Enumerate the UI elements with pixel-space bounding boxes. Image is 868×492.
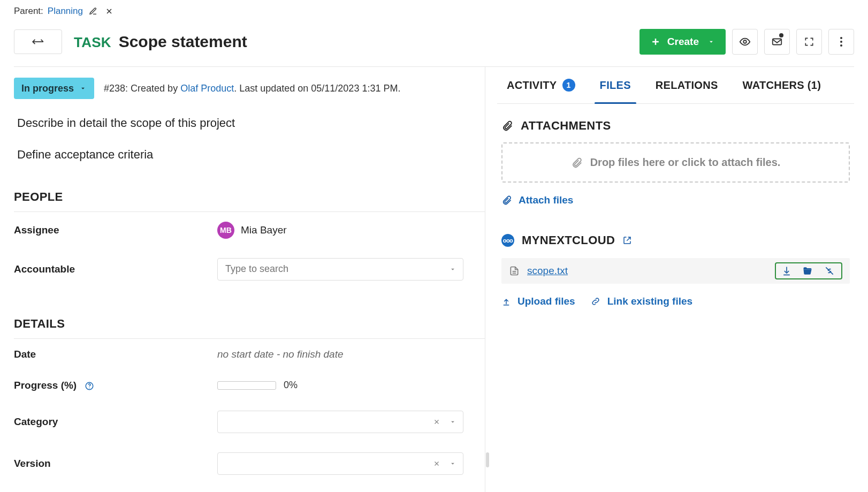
work-package-type: TASK [74, 34, 111, 51]
svg-point-3 [840, 41, 842, 43]
svg-point-0 [743, 40, 747, 43]
tab-activity[interactable]: ACTIVITY 1 [505, 79, 577, 103]
paperclip-icon [501, 195, 512, 206]
paperclip-icon [571, 157, 583, 169]
svg-point-6 [89, 388, 90, 389]
upload-icon [501, 297, 511, 306]
pane-resize-handle[interactable] [486, 452, 489, 467]
version-select[interactable] [217, 452, 463, 475]
description-line-2: Define acceptance criteria [17, 147, 485, 163]
svg-rect-1 [773, 39, 782, 45]
tab-files[interactable]: FILES [598, 79, 633, 103]
notification-dot-icon [779, 33, 783, 37]
assignee-label: Assignee [14, 224, 217, 236]
accountable-input[interactable] [217, 258, 463, 281]
edit-parent-icon[interactable] [87, 5, 99, 17]
section-details: DETAILS [14, 317, 485, 339]
svg-point-2 [840, 37, 842, 39]
date-value[interactable]: no start date - no finish date [217, 349, 344, 360]
progress-label: Progress (%) [14, 380, 217, 391]
nextcloud-icon: ooo [501, 234, 514, 247]
version-label: Version [14, 458, 217, 470]
tab-relations[interactable]: RELATIONS [653, 79, 720, 103]
storage-title: ooo MYNEXTCLOUD [501, 233, 850, 247]
chevron-down-icon [449, 266, 456, 273]
status-text: In progress [21, 83, 74, 94]
field-priority: Priority* Normal [14, 485, 485, 492]
dropzone-text: Drop files here or click to attach files… [590, 156, 781, 169]
field-version: Version [14, 443, 485, 485]
storage-file-link[interactable]: scope.txt [527, 265, 568, 277]
attachment-dropzone[interactable]: Drop files here or click to attach files… [501, 142, 850, 183]
clear-icon[interactable] [433, 460, 440, 467]
page-header: TASK Scope statement Create [14, 25, 854, 67]
task-meta-suffix: . Last updated on 05/11/2023 1:31 PM. [234, 83, 400, 94]
category-label: Category [14, 416, 217, 428]
open-folder-icon[interactable] [802, 266, 813, 276]
accountable-label: Accountable [14, 263, 217, 275]
remove-parent-icon[interactable] [103, 5, 115, 17]
file-actions-group [775, 262, 842, 279]
paperclip-icon [501, 120, 513, 132]
more-actions-button[interactable] [828, 29, 854, 55]
link-existing-files-link[interactable]: Link existing files [590, 296, 692, 307]
attachments-title: ATTACHMENTS [501, 119, 850, 133]
storage-file-row: scope.txt [501, 258, 850, 284]
attach-files-link[interactable]: Attach files [501, 194, 573, 206]
parent-link[interactable]: Planning [48, 6, 83, 17]
download-file-icon[interactable] [781, 266, 792, 276]
activity-count-badge: 1 [562, 79, 575, 92]
fullscreen-button[interactable] [796, 29, 822, 55]
category-select[interactable] [217, 411, 463, 433]
task-meta: #238: Created by Olaf Product. Last upda… [104, 83, 400, 94]
chevron-down-icon [449, 418, 456, 426]
clear-icon[interactable] [433, 418, 440, 426]
assignee-value[interactable]: MB Mia Bayer [217, 222, 287, 239]
chevron-down-icon [449, 460, 456, 467]
progress-percent: 0% [284, 380, 298, 391]
avatar: MB [217, 222, 234, 239]
task-meta-prefix: #238: Created by [104, 83, 180, 94]
unlink-file-icon[interactable] [823, 266, 836, 276]
create-button-label: Create [667, 36, 699, 48]
description[interactable]: Describe in detail the scope of this pro… [17, 115, 485, 163]
status-selector[interactable]: In progress [14, 78, 94, 99]
field-date: Date no start date - no finish date [14, 339, 485, 370]
watch-button[interactable] [732, 29, 758, 55]
upload-files-link[interactable]: Upload files [501, 296, 575, 307]
open-storage-icon[interactable] [622, 236, 632, 245]
progress-value[interactable]: 0% [217, 380, 298, 391]
accountable-search[interactable] [224, 263, 449, 275]
back-button[interactable] [14, 29, 62, 54]
task-author-link[interactable]: Olaf Product [180, 83, 234, 94]
field-category: Category [14, 401, 485, 443]
assignee-name: Mia Bayer [241, 224, 287, 236]
work-package-title[interactable]: Scope statement [119, 33, 247, 51]
field-progress: Progress (%) 0% [14, 370, 485, 401]
svg-point-4 [840, 44, 842, 47]
field-accountable: Accountable [14, 248, 485, 290]
link-icon [590, 297, 601, 306]
field-assignee: Assignee MB Mia Bayer [14, 212, 485, 248]
create-button[interactable]: Create [639, 29, 726, 55]
file-text-icon [509, 265, 520, 277]
progress-bar [217, 381, 276, 390]
parent-breadcrumb: Parent: Planning [14, 5, 854, 17]
notifications-button[interactable] [764, 29, 790, 55]
help-icon[interactable] [85, 381, 94, 391]
section-people: PEOPLE [14, 190, 485, 212]
description-line-1: Describe in detail the scope of this pro… [17, 115, 485, 132]
parent-label: Parent: [14, 6, 43, 17]
date-label: Date [14, 349, 217, 360]
tab-watchers[interactable]: WATCHERS (1) [741, 79, 824, 103]
tabs: ACTIVITY 1 FILES RELATIONS WATCHERS (1) [497, 67, 854, 104]
